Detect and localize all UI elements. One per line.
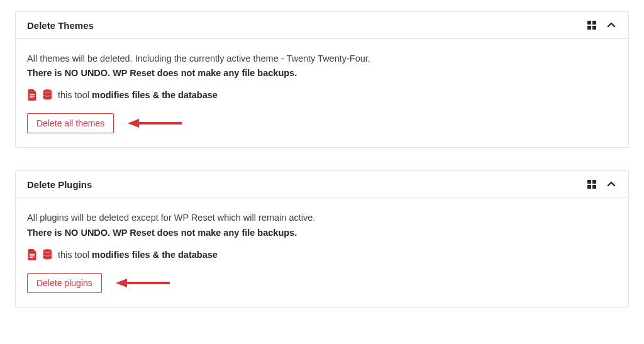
- description-text: All themes will be deleted. Including th…: [27, 52, 617, 65]
- warning-text: There is NO UNDO. WP Reset does not make…: [27, 68, 617, 78]
- description-text: All plugins will be deleted except for W…: [27, 211, 617, 225]
- card-header-actions: [587, 179, 617, 190]
- card-header-actions: [587, 19, 617, 31]
- svg-rect-11: [587, 180, 591, 184]
- database-icon: [42, 249, 53, 260]
- modifies-text: this tool modifies files & the database: [58, 90, 218, 100]
- warning-text: There is NO UNDO. WP Reset does not make…: [27, 228, 617, 238]
- svg-rect-15: [30, 254, 35, 255]
- svg-marker-10: [128, 119, 139, 128]
- svg-rect-13: [587, 185, 591, 189]
- svg-rect-16: [30, 255, 35, 256]
- modifies-lead: this tool: [58, 250, 92, 260]
- file-icon: [27, 89, 37, 101]
- modifies-row: this tool modifies files & the database: [27, 249, 617, 260]
- card-header: Delete Plugins: [16, 171, 628, 198]
- card-body: All themes will be deleted. Including th…: [16, 39, 628, 147]
- svg-rect-4: [30, 94, 35, 95]
- grid-icon[interactable]: [587, 179, 597, 189]
- delete-plugins-button[interactable]: Delete plugins: [27, 273, 102, 293]
- svg-rect-12: [592, 180, 596, 184]
- svg-rect-6: [30, 97, 33, 98]
- modifies-lead: this tool: [58, 90, 92, 100]
- card-body: All plugins will be deleted except for W…: [16, 198, 628, 306]
- file-icon: [27, 249, 37, 260]
- modifies-bold: modifies files & the database: [92, 90, 218, 100]
- svg-rect-2: [587, 26, 591, 30]
- modifies-row: this tool modifies files & the database: [27, 89, 617, 101]
- modifies-text: this tool modifies files & the database: [58, 250, 218, 260]
- arrow-left-icon: [128, 117, 184, 130]
- chevron-up-icon[interactable]: [606, 179, 617, 190]
- card-header: Delete Themes: [16, 12, 628, 39]
- svg-rect-0: [587, 21, 591, 25]
- action-row: Delete all themes: [27, 113, 617, 133]
- card-title: Delete Plugins: [27, 179, 92, 190]
- svg-rect-17: [30, 257, 33, 258]
- svg-rect-3: [592, 26, 596, 30]
- chevron-up-icon[interactable]: [606, 19, 617, 31]
- svg-rect-5: [30, 96, 35, 97]
- card-title: Delete Themes: [27, 20, 94, 31]
- modifies-bold: modifies files & the database: [92, 250, 218, 260]
- database-icon: [42, 89, 53, 101]
- svg-marker-21: [116, 279, 127, 287]
- delete-plugins-card: Delete Plugins All plugins will be delet…: [15, 170, 629, 307]
- delete-all-themes-button[interactable]: Delete all themes: [27, 113, 114, 133]
- arrow-left-icon: [116, 277, 172, 289]
- delete-themes-card: Delete Themes All themes will be deleted…: [15, 11, 629, 148]
- svg-rect-14: [592, 185, 596, 189]
- svg-rect-1: [592, 21, 596, 25]
- action-row: Delete plugins: [27, 273, 617, 293]
- grid-icon[interactable]: [587, 20, 597, 30]
